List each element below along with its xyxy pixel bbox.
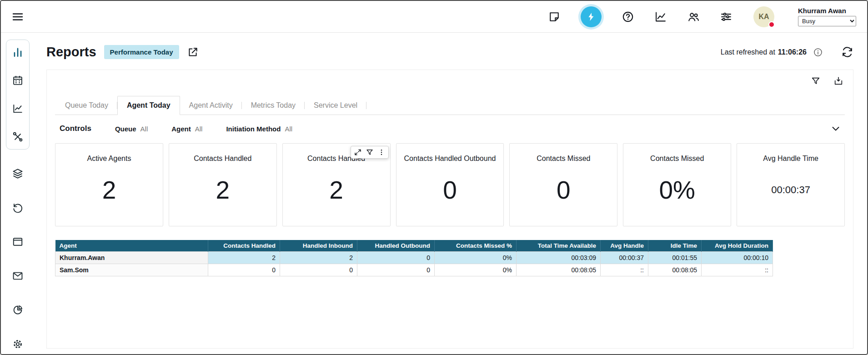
hamburger-menu-icon[interactable] xyxy=(10,9,25,25)
metric-value: 2 xyxy=(216,163,230,226)
tab-metrics-today[interactable]: Metrics Today xyxy=(242,96,305,115)
sidebar xyxy=(1,33,35,354)
flash-icon[interactable] xyxy=(581,6,602,27)
avatar-initials: KA xyxy=(758,13,769,21)
topbar-actions: KA Khurram Awan Busy xyxy=(548,6,856,27)
report-badge[interactable]: Performance Today xyxy=(104,45,179,59)
notepad-icon[interactable] xyxy=(548,10,561,23)
metric-card-contacts-handled-outbound: Contacts Handled Outbound 0 xyxy=(396,143,504,226)
users-icon[interactable] xyxy=(687,10,700,23)
refresh-icon[interactable] xyxy=(841,46,853,58)
user-info: Khurram Awan Busy xyxy=(798,7,856,26)
expand-icon[interactable] xyxy=(354,148,362,156)
table-cell: 0% xyxy=(435,252,517,264)
table-cell: :: xyxy=(702,264,773,276)
window-icon[interactable] xyxy=(12,236,24,248)
metric-card-contacts-handled: Contacts Handled 2 xyxy=(169,143,277,226)
status-select[interactable]: Busy xyxy=(798,16,856,26)
tab-agent-today[interactable]: Agent Today xyxy=(117,96,180,115)
metric-value: 0% xyxy=(659,163,695,226)
table-cell: 00:00:37 xyxy=(601,252,648,264)
download-icon[interactable] xyxy=(833,76,843,86)
table-cell: 00:01:55 xyxy=(648,252,702,264)
column-header-handled-inbound[interactable]: Handled Inbound xyxy=(280,240,357,252)
kebab-menu-icon[interactable] xyxy=(377,148,386,156)
metric-card-contacts-missed-pct: Contacts Missed 0% xyxy=(623,143,731,226)
report-panel: Queue Today Agent Today Agent Activity M… xyxy=(46,70,853,349)
last-refreshed-time: 11:06:26 xyxy=(778,48,807,56)
chevron-down-icon[interactable] xyxy=(830,123,841,134)
external-link-icon[interactable] xyxy=(187,46,199,58)
metric-title: Contacts Missed xyxy=(650,155,704,163)
table-cell: 0% xyxy=(435,264,517,276)
column-header-avg-hold-duration[interactable]: Avg Hold Duration xyxy=(702,240,773,252)
metric-title: Active Agents xyxy=(87,155,131,163)
sliders-icon[interactable] xyxy=(720,10,733,23)
agent-name-cell: Sam.Som xyxy=(55,264,208,276)
report-tabs: Queue Today Agent Today Agent Activity M… xyxy=(55,96,845,115)
mail-icon[interactable] xyxy=(12,270,24,282)
calendar-icon[interactable] xyxy=(12,75,24,86)
metric-card-contacts-handled-2: Contacts Handled 2 xyxy=(282,143,391,226)
metric-value: 2 xyxy=(102,163,116,226)
metric-cards: Active Agents 2 Contacts Handled 2 Conta… xyxy=(55,143,845,226)
page-header: Reports Performance Today Last refreshed… xyxy=(46,45,853,60)
table-row[interactable]: Khurram.Awan 2 2 0 0% 00:03:09 00:00:37 … xyxy=(55,252,773,264)
metric-card-contacts-missed: Contacts Missed 0 xyxy=(509,143,617,226)
table-cell: 00:03:09 xyxy=(517,252,601,264)
user-name: Khurram Awan xyxy=(798,7,856,15)
metrics-icon[interactable] xyxy=(654,10,667,23)
table-cell: 0 xyxy=(357,264,435,276)
table-cell: 2 xyxy=(280,252,357,264)
filter-agent[interactable]: AgentAll xyxy=(171,125,202,133)
table-cell: 0 xyxy=(357,252,435,264)
line-chart-icon[interactable] xyxy=(12,103,24,115)
table-cell: 00:08:05 xyxy=(648,264,702,276)
column-header-contacts-handled[interactable]: Contacts Handled xyxy=(208,240,280,252)
tab-queue-today[interactable]: Queue Today xyxy=(56,96,117,115)
agent-name-cell: Khurram.Awan xyxy=(55,252,208,264)
metric-value: 0 xyxy=(443,163,457,226)
gear-icon[interactable] xyxy=(12,338,24,350)
metric-value: 0 xyxy=(557,163,571,226)
column-header-total-time-available[interactable]: Total Time Available xyxy=(517,240,601,252)
tab-agent-activity[interactable]: Agent Activity xyxy=(180,96,242,115)
filter-initiation-method[interactable]: Initiation MethodAll xyxy=(226,125,292,133)
tab-service-level[interactable]: Service Level xyxy=(305,96,366,115)
metric-title: Contacts Handled xyxy=(194,155,251,163)
main-content: Reports Performance Today Last refreshed… xyxy=(35,33,867,354)
filter-icon[interactable] xyxy=(811,76,821,86)
bar-chart-icon[interactable] xyxy=(12,46,24,58)
controls-title: Controls xyxy=(60,124,91,133)
page-title: Reports xyxy=(46,45,96,60)
help-icon[interactable] xyxy=(622,10,634,23)
table-row[interactable]: Sam.Som 0 0 0 0% 00:08:05 :: 00:08:05 :: xyxy=(55,264,773,276)
sidebar-group xyxy=(6,40,30,150)
app-window: KA Khurram Awan Busy xyxy=(0,0,868,355)
column-header-agent[interactable]: Agent xyxy=(55,240,208,252)
tools-icon[interactable] xyxy=(12,131,24,143)
table-cell: :: xyxy=(601,264,648,276)
table-cell: 2 xyxy=(208,252,280,264)
table-cell: 00:08:05 xyxy=(517,264,601,276)
layers-icon[interactable] xyxy=(12,168,24,180)
avatar[interactable]: KA xyxy=(753,6,774,27)
last-refreshed-label: Last refreshed at xyxy=(721,48,775,56)
topbar: KA Khurram Awan Busy xyxy=(1,1,867,33)
column-header-avg-handle[interactable]: Avg Handle xyxy=(601,240,648,252)
info-icon[interactable] xyxy=(813,47,823,57)
card-hover-toolbar xyxy=(351,146,389,159)
filter-icon[interactable] xyxy=(366,148,374,156)
column-header-handled-outbound[interactable]: Handled Outbound xyxy=(357,240,435,252)
history-icon[interactable] xyxy=(12,202,24,214)
column-header-contacts-missed-pct[interactable]: Contacts Missed % xyxy=(435,240,517,252)
agent-table: Agent Contacts Handled Handled Inbound H… xyxy=(55,240,773,276)
pie-chart-icon[interactable] xyxy=(12,304,24,316)
table-header-row: Agent Contacts Handled Handled Inbound H… xyxy=(55,240,773,252)
column-header-idle-time[interactable]: Idle Time xyxy=(648,240,702,252)
sidebar-secondary xyxy=(12,168,24,350)
metric-value: 2 xyxy=(329,163,343,226)
table-cell: 00:00:10 xyxy=(702,252,773,264)
metric-value: 00:00:37 xyxy=(771,163,810,226)
filter-queue[interactable]: QueueAll xyxy=(115,125,148,133)
